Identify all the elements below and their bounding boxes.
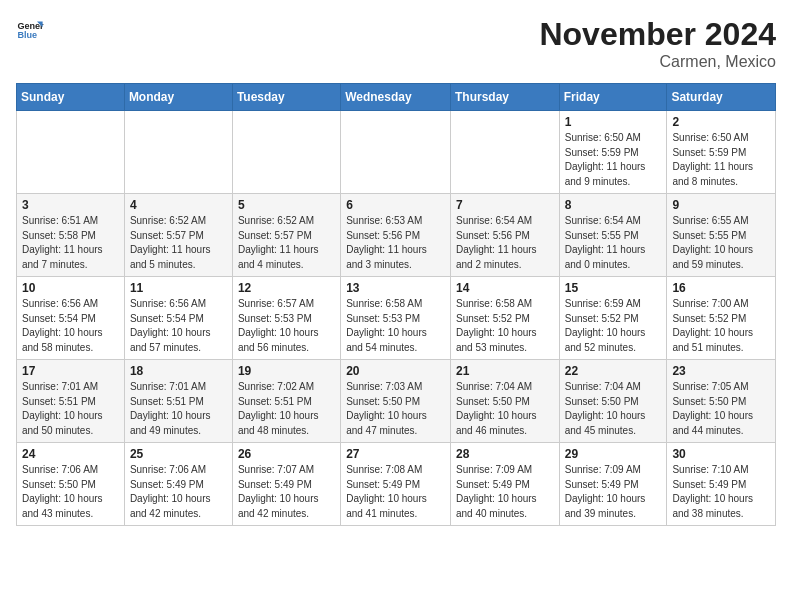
calendar-table: SundayMondayTuesdayWednesdayThursdayFrid… (16, 83, 776, 526)
day-info: Sunrise: 6:58 AMSunset: 5:53 PMDaylight:… (346, 297, 445, 355)
day-number: 13 (346, 281, 445, 295)
day-info: Sunrise: 7:04 AMSunset: 5:50 PMDaylight:… (456, 380, 554, 438)
calendar-cell: 17Sunrise: 7:01 AMSunset: 5:51 PMDayligh… (17, 360, 125, 443)
calendar-cell: 22Sunrise: 7:04 AMSunset: 5:50 PMDayligh… (559, 360, 667, 443)
logo-icon: General Blue (16, 16, 44, 44)
day-info: Sunrise: 7:01 AMSunset: 5:51 PMDaylight:… (130, 380, 227, 438)
day-info: Sunrise: 7:07 AMSunset: 5:49 PMDaylight:… (238, 463, 335, 521)
day-info: Sunrise: 7:09 AMSunset: 5:49 PMDaylight:… (456, 463, 554, 521)
day-number: 11 (130, 281, 227, 295)
calendar-cell: 27Sunrise: 7:08 AMSunset: 5:49 PMDayligh… (341, 443, 451, 526)
calendar-week-row: 1Sunrise: 6:50 AMSunset: 5:59 PMDaylight… (17, 111, 776, 194)
calendar-cell: 19Sunrise: 7:02 AMSunset: 5:51 PMDayligh… (232, 360, 340, 443)
calendar-cell: 18Sunrise: 7:01 AMSunset: 5:51 PMDayligh… (124, 360, 232, 443)
day-info: Sunrise: 6:55 AMSunset: 5:55 PMDaylight:… (672, 214, 770, 272)
calendar-cell: 8Sunrise: 6:54 AMSunset: 5:55 PMDaylight… (559, 194, 667, 277)
day-info: Sunrise: 6:52 AMSunset: 5:57 PMDaylight:… (238, 214, 335, 272)
day-number: 20 (346, 364, 445, 378)
calendar-cell (450, 111, 559, 194)
day-info: Sunrise: 7:08 AMSunset: 5:49 PMDaylight:… (346, 463, 445, 521)
day-number: 27 (346, 447, 445, 461)
day-number: 5 (238, 198, 335, 212)
calendar-week-row: 24Sunrise: 7:06 AMSunset: 5:50 PMDayligh… (17, 443, 776, 526)
calendar-cell: 28Sunrise: 7:09 AMSunset: 5:49 PMDayligh… (450, 443, 559, 526)
calendar-cell: 21Sunrise: 7:04 AMSunset: 5:50 PMDayligh… (450, 360, 559, 443)
day-number: 12 (238, 281, 335, 295)
calendar-cell: 13Sunrise: 6:58 AMSunset: 5:53 PMDayligh… (341, 277, 451, 360)
day-number: 6 (346, 198, 445, 212)
day-info: Sunrise: 7:10 AMSunset: 5:49 PMDaylight:… (672, 463, 770, 521)
day-info: Sunrise: 7:03 AMSunset: 5:50 PMDaylight:… (346, 380, 445, 438)
day-info: Sunrise: 6:52 AMSunset: 5:57 PMDaylight:… (130, 214, 227, 272)
calendar-cell: 3Sunrise: 6:51 AMSunset: 5:58 PMDaylight… (17, 194, 125, 277)
day-number: 18 (130, 364, 227, 378)
day-number: 14 (456, 281, 554, 295)
calendar-cell: 29Sunrise: 7:09 AMSunset: 5:49 PMDayligh… (559, 443, 667, 526)
day-number: 23 (672, 364, 770, 378)
calendar-cell: 5Sunrise: 6:52 AMSunset: 5:57 PMDaylight… (232, 194, 340, 277)
day-info: Sunrise: 7:05 AMSunset: 5:50 PMDaylight:… (672, 380, 770, 438)
day-number: 28 (456, 447, 554, 461)
day-number: 16 (672, 281, 770, 295)
title-block: November 2024 Carmen, Mexico (539, 16, 776, 71)
calendar-cell (17, 111, 125, 194)
calendar-cell: 14Sunrise: 6:58 AMSunset: 5:52 PMDayligh… (450, 277, 559, 360)
day-number: 26 (238, 447, 335, 461)
calendar-cell (341, 111, 451, 194)
day-number: 29 (565, 447, 662, 461)
day-of-week-header: Wednesday (341, 84, 451, 111)
day-number: 2 (672, 115, 770, 129)
day-number: 24 (22, 447, 119, 461)
day-info: Sunrise: 7:04 AMSunset: 5:50 PMDaylight:… (565, 380, 662, 438)
day-info: Sunrise: 7:06 AMSunset: 5:50 PMDaylight:… (22, 463, 119, 521)
calendar-cell: 23Sunrise: 7:05 AMSunset: 5:50 PMDayligh… (667, 360, 776, 443)
day-of-week-header: Monday (124, 84, 232, 111)
calendar-cell: 16Sunrise: 7:00 AMSunset: 5:52 PMDayligh… (667, 277, 776, 360)
location-subtitle: Carmen, Mexico (539, 53, 776, 71)
svg-text:Blue: Blue (17, 30, 37, 40)
page-header: General Blue November 2024 Carmen, Mexic… (16, 16, 776, 71)
day-of-week-header: Thursday (450, 84, 559, 111)
day-number: 17 (22, 364, 119, 378)
day-number: 25 (130, 447, 227, 461)
calendar-cell: 9Sunrise: 6:55 AMSunset: 5:55 PMDaylight… (667, 194, 776, 277)
calendar-week-row: 10Sunrise: 6:56 AMSunset: 5:54 PMDayligh… (17, 277, 776, 360)
calendar-cell: 2Sunrise: 6:50 AMSunset: 5:59 PMDaylight… (667, 111, 776, 194)
calendar-cell: 30Sunrise: 7:10 AMSunset: 5:49 PMDayligh… (667, 443, 776, 526)
logo: General Blue (16, 16, 44, 44)
day-of-week-header: Tuesday (232, 84, 340, 111)
day-info: Sunrise: 6:57 AMSunset: 5:53 PMDaylight:… (238, 297, 335, 355)
calendar-week-row: 17Sunrise: 7:01 AMSunset: 5:51 PMDayligh… (17, 360, 776, 443)
calendar-cell: 25Sunrise: 7:06 AMSunset: 5:49 PMDayligh… (124, 443, 232, 526)
day-info: Sunrise: 6:53 AMSunset: 5:56 PMDaylight:… (346, 214, 445, 272)
day-info: Sunrise: 6:50 AMSunset: 5:59 PMDaylight:… (565, 131, 662, 189)
day-of-week-header: Saturday (667, 84, 776, 111)
day-info: Sunrise: 6:56 AMSunset: 5:54 PMDaylight:… (130, 297, 227, 355)
day-info: Sunrise: 6:54 AMSunset: 5:55 PMDaylight:… (565, 214, 662, 272)
day-number: 7 (456, 198, 554, 212)
day-number: 30 (672, 447, 770, 461)
day-info: Sunrise: 7:00 AMSunset: 5:52 PMDaylight:… (672, 297, 770, 355)
day-number: 3 (22, 198, 119, 212)
calendar-cell: 1Sunrise: 6:50 AMSunset: 5:59 PMDaylight… (559, 111, 667, 194)
day-number: 1 (565, 115, 662, 129)
day-info: Sunrise: 6:50 AMSunset: 5:59 PMDaylight:… (672, 131, 770, 189)
day-info: Sunrise: 6:56 AMSunset: 5:54 PMDaylight:… (22, 297, 119, 355)
calendar-cell: 15Sunrise: 6:59 AMSunset: 5:52 PMDayligh… (559, 277, 667, 360)
day-info: Sunrise: 6:59 AMSunset: 5:52 PMDaylight:… (565, 297, 662, 355)
day-number: 19 (238, 364, 335, 378)
day-number: 9 (672, 198, 770, 212)
day-of-week-header: Friday (559, 84, 667, 111)
calendar-cell: 12Sunrise: 6:57 AMSunset: 5:53 PMDayligh… (232, 277, 340, 360)
day-info: Sunrise: 6:51 AMSunset: 5:58 PMDaylight:… (22, 214, 119, 272)
day-info: Sunrise: 7:01 AMSunset: 5:51 PMDaylight:… (22, 380, 119, 438)
calendar-cell: 7Sunrise: 6:54 AMSunset: 5:56 PMDaylight… (450, 194, 559, 277)
day-number: 8 (565, 198, 662, 212)
day-number: 4 (130, 198, 227, 212)
calendar-cell (124, 111, 232, 194)
day-number: 15 (565, 281, 662, 295)
day-info: Sunrise: 7:02 AMSunset: 5:51 PMDaylight:… (238, 380, 335, 438)
calendar-cell: 24Sunrise: 7:06 AMSunset: 5:50 PMDayligh… (17, 443, 125, 526)
calendar-cell (232, 111, 340, 194)
calendar-cell: 26Sunrise: 7:07 AMSunset: 5:49 PMDayligh… (232, 443, 340, 526)
